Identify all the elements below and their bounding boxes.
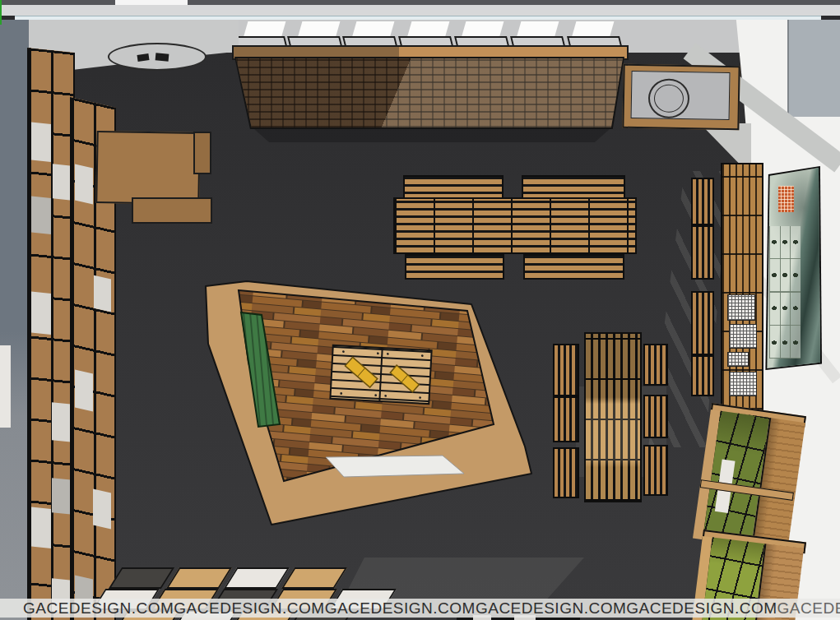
mesh-basket (727, 352, 749, 367)
bench (553, 447, 579, 498)
mesh-basket (729, 324, 757, 349)
display-bin (224, 567, 290, 589)
corner-counter (622, 64, 740, 130)
slatted-screen (234, 57, 624, 129)
platform-white-opening (326, 456, 464, 477)
watermark-text: GACEDESIGN.COM (174, 599, 324, 618)
shelf-cell (53, 164, 70, 200)
watermark-text: GACEDESIGN.COM (626, 599, 777, 618)
watermark-text: GACEDESIGN.COM (777, 599, 840, 618)
chair (155, 53, 169, 61)
mesh-basket (727, 294, 755, 321)
shelf-cell (93, 488, 111, 529)
watermark-text: GACEDESIGN.COM (325, 599, 476, 618)
shelf-cell (94, 275, 111, 312)
shelf-cell (52, 402, 71, 442)
bench (691, 291, 714, 355)
platform-low-table (330, 345, 431, 404)
mesh-basket (729, 372, 757, 396)
display-bin (109, 567, 174, 589)
shelf-cell (31, 123, 51, 163)
poster-red-seal (778, 186, 795, 212)
reading-table-vertical (584, 332, 642, 502)
watermark-text: GACEDESIGN.COM (476, 599, 626, 618)
left-wall-highlight (0, 345, 11, 428)
service-desk-extension (132, 197, 212, 224)
bench (553, 396, 579, 442)
bench (691, 355, 714, 396)
axis-line (0, 0, 2, 25)
bench (553, 344, 579, 396)
counter-top (631, 71, 731, 120)
bench (643, 344, 668, 386)
right-wall-panel (787, 20, 840, 117)
shelf-cell (52, 478, 71, 514)
bench (643, 445, 668, 496)
shelf-cell (31, 197, 51, 235)
wall-poster-artwork (766, 168, 820, 368)
watermark-band: GACEDESIGN.COM GACEDESIGN.COM GACEDESIGN… (0, 599, 840, 618)
display-bin (281, 567, 347, 589)
shelf-cell (31, 507, 51, 549)
render-canvas: GACEDESIGN.COM GACEDESIGN.COM GACEDESIGN… (0, 0, 840, 620)
poster-photo-grid (769, 226, 801, 359)
shelf-cell (75, 164, 93, 204)
bench (691, 225, 714, 280)
watermark-text: GACEDESIGN.COM (23, 599, 174, 618)
wall-poster (764, 166, 822, 370)
slatted-wall-shelf (721, 163, 763, 411)
left-wall (0, 20, 29, 620)
slatted-screen-weave (236, 58, 623, 127)
service-desk-side (193, 132, 211, 174)
reading-table-horizontal (393, 197, 637, 254)
cube-bookshelf-left (27, 48, 75, 620)
bench (691, 178, 714, 225)
shelf-cell (31, 292, 51, 335)
shelf-cell (75, 369, 93, 411)
bench (643, 395, 668, 438)
display-platform (186, 268, 545, 543)
display-bin (166, 567, 232, 589)
service-desk (95, 131, 201, 205)
top-wall (0, 5, 840, 16)
screen-shadow (247, 129, 617, 142)
